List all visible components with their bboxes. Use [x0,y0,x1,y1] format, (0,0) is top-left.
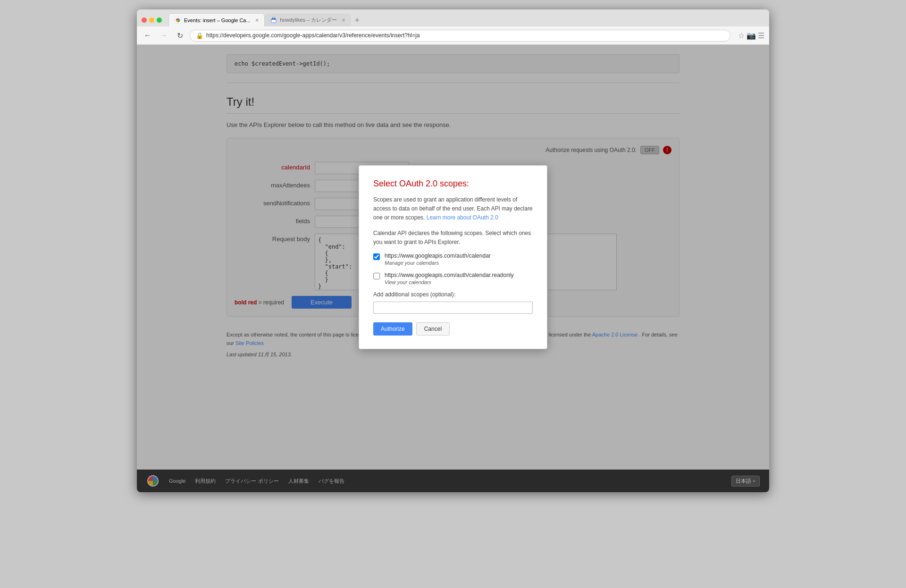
forward-button[interactable]: → [158,29,170,42]
svg-rect-2 [271,18,276,20]
tab2-title: howdylikes – カレンダー [280,17,337,24]
page-content: echo $createdEvent->getId(); Try it! Use… [137,45,769,470]
footer-terms-link[interactable]: 利用規約 [195,478,216,485]
footer-report-link[interactable]: バグを報告 [319,478,344,485]
new-tab-button[interactable]: + [351,14,363,26]
modal-buttons: Authorize Cancel [373,322,533,336]
additional-scopes-label: Add additional scopes (optional): [373,291,533,298]
refresh-button[interactable]: ↻ [174,29,186,42]
tab-favicon-calendar [270,17,277,24]
footer-google-link[interactable]: Google [169,478,185,484]
learn-oauth-link[interactable]: Learn more about OAuth 2.0 [427,214,498,221]
scope-calendar-readonly-checkbox[interactable] [373,273,380,279]
scope-calendar-url: https://www.googleapis.com/auth/calendar [385,252,533,259]
footer-jobs-link[interactable]: 人材募集 [288,478,309,485]
bookmark-icon[interactable]: ☆ [738,31,745,40]
secure-icon: 🔒 [196,32,203,39]
modal-overlay: Select OAuth 2.0 scopes: Scopes are used… [137,45,769,470]
scope-calendar-text: https://www.googleapis.com/auth/calendar… [385,252,533,266]
additional-scopes-input[interactable] [373,302,533,314]
scope-calendar-readonly-url: https://www.googleapis.com/auth/calendar… [385,272,533,278]
svg-rect-4 [274,17,275,19]
url-text: https://developers.google.com/google-app… [206,32,420,39]
modal-scopes-label: Calendar API declares the following scop… [373,229,533,247]
tab1-close-icon[interactable]: × [255,17,259,24]
svg-rect-3 [272,17,273,19]
minimize-dot[interactable] [149,17,154,23]
back-button[interactable]: ← [142,29,154,42]
browser-window: Events: insert – Google Ca... × howdylik… [137,9,769,492]
menu-icon[interactable]: ☰ [758,31,764,40]
scope-item-calendar: https://www.googleapis.com/auth/calendar… [373,252,533,266]
modal-title: Select OAuth 2.0 scopes: [373,179,533,189]
tab2-close-icon[interactable]: × [342,17,345,24]
browser-titlebar: Events: insert – Google Ca... × howdylik… [137,9,769,26]
maximize-dot[interactable] [157,17,162,23]
browser-footer-bar: Google 利用規約 プライバシー ポリシー 人材募集 バグを報告 日本語 ÷ [137,470,769,492]
tab-favicon-google [175,17,181,24]
footer-left: Google 利用規約 プライバシー ポリシー 人材募集 バグを報告 [146,474,344,487]
tab-howdylikes[interactable]: howdylikes – カレンダー × [265,14,351,26]
footer-privacy-link[interactable]: プライバシー ポリシー [225,478,278,485]
window-controls [142,17,162,23]
scope-calendar-readonly-desc: View your calendars [385,279,431,285]
tab-events-insert[interactable]: Events: insert – Google Ca... × [168,13,265,26]
scope-calendar-desc: Manage your calendars [385,260,439,266]
address-bar: ← → ↻ 🔒 https://developers.google.com/go… [137,26,769,45]
scope-calendar-readonly-text: https://www.googleapis.com/auth/calendar… [385,272,533,286]
scope-item-calendar-readonly: https://www.googleapis.com/auth/calendar… [373,272,533,286]
tab-bar: Events: insert – Google Ca... × howdylik… [168,13,764,26]
screenshot-icon[interactable]: 📷 [747,31,756,40]
close-dot[interactable] [142,17,147,23]
authorize-button[interactable]: Authorize [373,322,412,336]
language-selector[interactable]: 日本語 ÷ [731,476,760,487]
google-footer-logo [146,474,159,487]
modal-description: Scopes are used to grant an application … [373,195,533,223]
oauth-modal: Select OAuth 2.0 scopes: Scopes are used… [359,165,547,350]
url-bar[interactable]: 🔒 https://developers.google.com/google-a… [190,30,730,42]
url-actions: ☆ 📷 ☰ [738,31,764,40]
scope-calendar-checkbox[interactable] [373,253,380,260]
tab1-title: Events: insert – Google Ca... [184,17,251,23]
cancel-button[interactable]: Cancel [416,322,450,336]
